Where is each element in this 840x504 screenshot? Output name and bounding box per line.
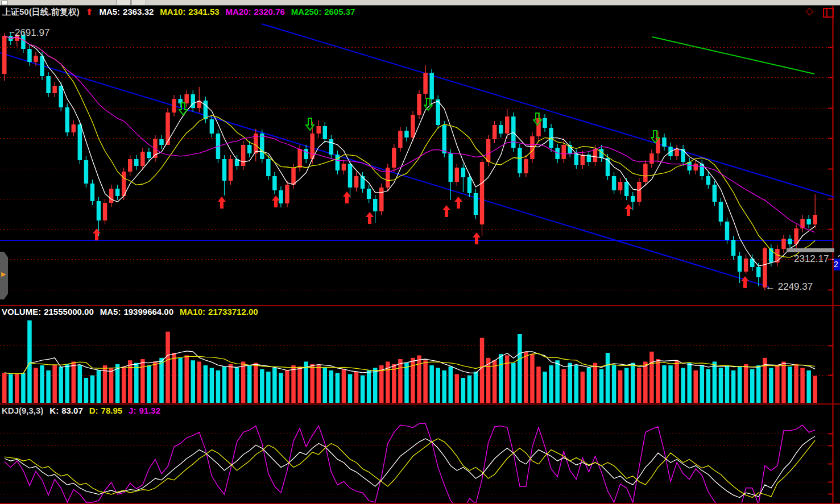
toolbar-button-1[interactable] <box>116 0 131 5</box>
ma250-readout: MA250:2605.37 <box>291 7 355 18</box>
panel-separator-1 <box>0 305 840 306</box>
ma250-segment <box>652 37 814 74</box>
low-price-label: ← 2249.37 <box>765 281 813 293</box>
toolbar-chip <box>1 1 8 5</box>
kdj-label: KDJ(9,3,3) <box>2 406 43 415</box>
range-label: 2312.17 - 2 <box>794 253 840 265</box>
main-chart-header: 上证50(日线.前复权) ⬆ MA5:2363.32 MA10:2341.53 … <box>2 7 355 18</box>
kdj-k-line <box>5 436 815 498</box>
kdj-d-readout: D:78.95 <box>89 406 122 415</box>
up-arrow-icon: ⬆ <box>86 7 93 18</box>
panel-separator-2 <box>0 403 840 405</box>
toolbar-button-2[interactable] <box>131 0 146 5</box>
ma5-readout: MA5:2363.32 <box>99 7 154 18</box>
kdj-chart-canvas[interactable] <box>0 404 840 504</box>
split-window-icon[interactable] <box>823 8 834 18</box>
ma20-readout: MA20:2320.76 <box>226 7 285 18</box>
expand-arrow-icon: ▶ <box>1 270 6 278</box>
measure-bar <box>787 248 834 252</box>
kdj-k-readout: K:83.07 <box>49 406 82 415</box>
volume-ma10-line <box>5 353 815 374</box>
ma10-readout: MA10:2341.53 <box>160 7 219 18</box>
symbol-title: 上证50(日线.前复权) <box>2 7 80 18</box>
left-arrow-icon: ← <box>765 281 775 292</box>
ma20-line <box>5 36 815 232</box>
volume-chart-canvas[interactable] <box>0 306 840 403</box>
volume-header: VOLUME:21555000.00 MA5:19399664.00 MA10:… <box>2 307 258 316</box>
top-toolbar[interactable] <box>0 0 840 6</box>
app-window: 上证50(日线.前复权) ⬆ MA5:2363.32 MA10:2341.53 … <box>0 0 840 504</box>
main-chart-canvas[interactable] <box>0 6 840 305</box>
price-axis-tag: 2 <box>834 259 840 270</box>
kdj-j-readout: J:91.32 <box>129 406 160 415</box>
volume-ma5-readout: MA5:19399664.00 <box>100 307 173 316</box>
diamond-icon[interactable]: ◇ <box>805 6 813 16</box>
ma5-line <box>5 36 815 266</box>
volume-ma10-readout: MA10:21733712.00 <box>180 307 258 316</box>
sidebar-expand-tab[interactable]: ▶ <box>0 252 9 299</box>
high-price-label: ~2691.97 <box>9 27 49 39</box>
lower-channel <box>0 53 769 287</box>
upper-channel <box>262 24 834 197</box>
kdj-header: KDJ(9,3,3) K:83.07 D:78.95 J:91.32 <box>2 406 160 415</box>
volume-ma5-line <box>5 351 815 374</box>
volume-readout: VOLUME:21555000.00 <box>2 307 94 316</box>
